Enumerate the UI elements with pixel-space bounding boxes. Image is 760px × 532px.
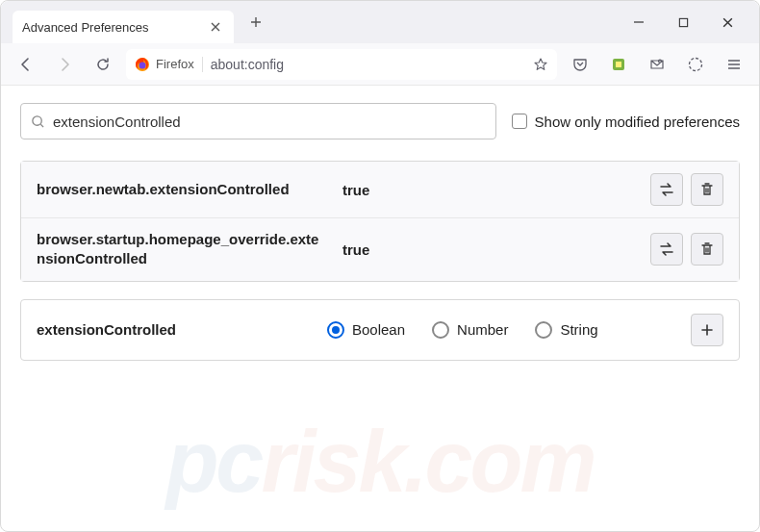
forward-button[interactable] [49, 49, 80, 80]
type-radio-number[interactable]: Number [432, 321, 508, 339]
identity-box[interactable]: Firefox [135, 57, 203, 72]
radio-icon [432, 321, 449, 339]
titlebar: Advanced Preferences [1, 1, 759, 43]
pref-search-input[interactable] [53, 114, 486, 130]
pref-search-box[interactable] [20, 103, 496, 139]
url-text: about:config [211, 57, 284, 72]
address-bar[interactable]: Firefox about:config [126, 49, 557, 80]
pocket-icon[interactable] [565, 49, 595, 80]
back-button[interactable] [11, 49, 41, 80]
create-pref-row: extensionControlled Boolean Number Strin… [20, 299, 740, 361]
watermark: pcrisk.com [165, 413, 594, 512]
bookmark-star-icon[interactable] [533, 57, 548, 72]
browser-tab[interactable]: Advanced Preferences [13, 11, 234, 43]
pref-results-table: browser.newtab.extensionControlled true … [20, 161, 740, 282]
pref-name: browser.startup.homepage_override.extens… [37, 230, 325, 269]
svg-rect-4 [616, 62, 621, 67]
pref-name: browser.newtab.extensionControlled [37, 180, 325, 199]
toggle-button[interactable] [650, 173, 683, 206]
hamburger-menu-icon[interactable] [719, 49, 749, 80]
firefox-icon [135, 57, 150, 72]
pref-value: true [325, 182, 650, 198]
svg-rect-0 [679, 18, 687, 26]
type-radio-boolean[interactable]: Boolean [327, 321, 405, 339]
new-tab-button[interactable] [241, 8, 270, 37]
identity-label: Firefox [156, 57, 194, 71]
tab-title: Advanced Preferences [22, 20, 207, 35]
delete-button[interactable] [691, 173, 723, 206]
toggle-button[interactable] [650, 233, 683, 266]
radio-icon [535, 321, 552, 339]
pref-row: browser.startup.homepage_override.extens… [21, 217, 739, 281]
content-area: Show only modified preferences browser.n… [1, 86, 759, 531]
svg-point-2 [139, 62, 146, 68]
create-pref-name: extensionControlled [37, 321, 325, 338]
add-pref-button[interactable] [691, 314, 723, 346]
radio-icon [327, 321, 344, 339]
search-icon [31, 114, 45, 129]
delete-button[interactable] [691, 233, 723, 266]
inbox-icon[interactable] [642, 49, 672, 80]
show-modified-checkbox-wrap[interactable]: Show only modified preferences [512, 114, 740, 130]
svg-point-6 [33, 115, 41, 124]
account-icon[interactable] [680, 49, 711, 80]
svg-point-5 [690, 58, 702, 70]
show-modified-checkbox[interactable] [512, 114, 527, 129]
window-maximize-button[interactable] [674, 13, 692, 31]
show-modified-label: Show only modified preferences [535, 114, 740, 130]
nav-toolbar: Firefox about:config [1, 43, 759, 86]
type-radio-string[interactable]: String [535, 321, 597, 339]
window-minimize-button[interactable] [630, 13, 647, 31]
extension-icon[interactable] [603, 49, 634, 80]
pref-row: browser.newtab.extensionControlled true [21, 162, 739, 217]
window-close-button[interactable] [719, 13, 736, 31]
reload-button[interactable] [88, 49, 118, 80]
close-tab-icon[interactable] [207, 18, 224, 36]
pref-value: true [325, 241, 650, 258]
